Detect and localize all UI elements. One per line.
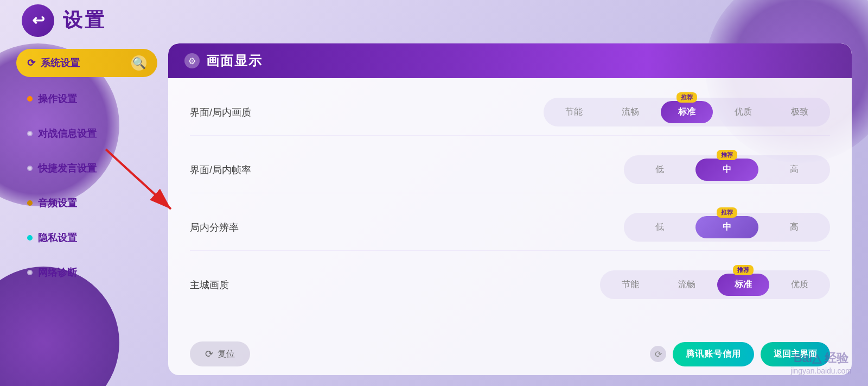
setting-row-city-quality: 主城画质 节能 流畅 推荐 标准 优质 <box>190 262 830 308</box>
panel-header: ⚙ 画面显示 <box>168 43 852 78</box>
header: ↩ 设置 <box>0 0 868 41</box>
sidebar-item-operation[interactable]: 操作设置 <box>16 86 157 112</box>
header-icon: ↩ <box>22 4 54 37</box>
quality-hq-btn[interactable]: 优质 <box>717 101 769 123</box>
setting-row-resolution: 局内分辨率 低 推荐 中 高 <box>190 204 830 251</box>
sidebar-item-privacy[interactable]: 隐私设置 <box>16 225 157 251</box>
framerate-options: 低 推荐 中 高 <box>624 155 830 184</box>
shortcut-settings-label: 快捷发言设置 <box>38 162 97 175</box>
city-quality-hq-btn[interactable]: 优质 <box>774 274 826 296</box>
quality-recommended-badge: 推荐 <box>676 92 697 103</box>
reset-icon: ⟳ <box>205 348 213 360</box>
sidebar: 系统设置 🔍 操作设置 对战信息设置 快捷发言设置 音频设置 隐私设置 <box>16 43 157 375</box>
resolution-options: 低 推荐 中 高 <box>624 213 830 242</box>
dot-operation <box>27 96 33 102</box>
resolution-recommended-badge: 推荐 <box>717 207 737 218</box>
dot-shortcut <box>27 166 33 171</box>
quality-standard-btn[interactable]: 推荐 标准 <box>661 101 713 123</box>
reset-label: 复位 <box>218 349 235 360</box>
quality-options: 节能 流畅 推荐 标准 优质 极致 <box>544 98 830 126</box>
city-quality-recommended-badge: 推荐 <box>733 265 754 275</box>
audio-settings-label: 音频设置 <box>38 197 77 210</box>
city-quality-label: 主城画质 <box>190 279 298 292</box>
setting-row-framerate: 界面/局内帧率 低 推荐 中 高 <box>190 147 830 193</box>
resolution-high-btn[interactable]: 高 <box>763 216 826 238</box>
sidebar-item-audio[interactable]: 音频设置 <box>16 190 157 216</box>
quality-smooth-btn[interactable]: 流畅 <box>604 101 656 123</box>
panel-header-icon: ⚙ <box>184 53 200 68</box>
privacy-settings-label: 隐私设置 <box>38 231 77 244</box>
framerate-recommended-badge: 推荐 <box>717 150 737 160</box>
dot-battle <box>27 131 33 136</box>
city-quality-standard-btn[interactable]: 推荐 标准 <box>717 274 769 296</box>
city-quality-options: 节能 流畅 推荐 标准 优质 <box>600 270 830 299</box>
city-quality-eco-btn[interactable]: 节能 <box>604 274 656 296</box>
dot-network <box>27 270 33 275</box>
dot-privacy <box>27 235 33 241</box>
search-icon[interactable]: 🔍 <box>131 55 146 71</box>
framerate-mid-btn[interactable]: 推荐 中 <box>695 159 758 181</box>
quality-ultra-btn[interactable]: 极致 <box>774 101 826 123</box>
page-title: 设置 <box>63 7 106 34</box>
watermark-url: jingyan.baidu.com <box>790 366 852 375</box>
city-quality-smooth-btn[interactable]: 流畅 <box>661 274 713 296</box>
system-settings-label: 系统设置 <box>41 56 80 69</box>
resolution-low-btn[interactable]: 低 <box>628 216 691 238</box>
network-diagnostics-label: 网络诊断 <box>38 266 77 279</box>
setting-row-quality: 界面/局内画质 节能 流畅 推荐 标准 优质 极致 <box>190 89 830 136</box>
sidebar-item-network[interactable]: 网络诊断 <box>16 260 157 286</box>
content-panel: ⚙ 画面显示 界面/局内画质 节能 流畅 推荐 标准 优质 极致 <box>168 43 852 375</box>
quality-eco-btn[interactable]: 节能 <box>548 101 600 123</box>
panel-header-title: 画面显示 <box>206 52 263 69</box>
watermark-area: Bai△ 经验 jingyan.baidu.com <box>790 350 852 375</box>
tencent-credit-button[interactable]: 腾讯账号信用 <box>673 342 754 366</box>
watermark-logo: Bai△ 经验 <box>790 350 852 366</box>
sidebar-item-battle[interactable]: 对战信息设置 <box>16 121 157 147</box>
panel-body: 界面/局内画质 节能 流畅 推荐 标准 优质 极致 界面/局内帧率 低 <box>168 78 852 333</box>
sidebar-item-shortcut[interactable]: 快捷发言设置 <box>16 155 157 181</box>
resolution-label: 局内分辨率 <box>190 221 298 234</box>
framerate-high-btn[interactable]: 高 <box>763 159 826 181</box>
sync-icon: ⟳ <box>650 346 666 362</box>
sidebar-item-system[interactable]: 系统设置 🔍 <box>16 49 157 77</box>
panel-footer: ⟳ 复位 ⟳ 腾讯账号信用 返回主界面 <box>168 333 852 375</box>
framerate-label: 界面/局内帧率 <box>190 163 298 176</box>
operation-settings-label: 操作设置 <box>38 92 77 105</box>
reset-button[interactable]: ⟳ 复位 <box>190 341 250 366</box>
framerate-low-btn[interactable]: 低 <box>628 159 691 181</box>
battle-settings-label: 对战信息设置 <box>38 127 97 140</box>
main-container: 系统设置 🔍 操作设置 对战信息设置 快捷发言设置 音频设置 隐私设置 <box>16 43 852 375</box>
resolution-mid-btn[interactable]: 推荐 中 <box>695 216 758 238</box>
dot-audio <box>27 200 33 206</box>
quality-label: 界面/局内画质 <box>190 106 298 119</box>
